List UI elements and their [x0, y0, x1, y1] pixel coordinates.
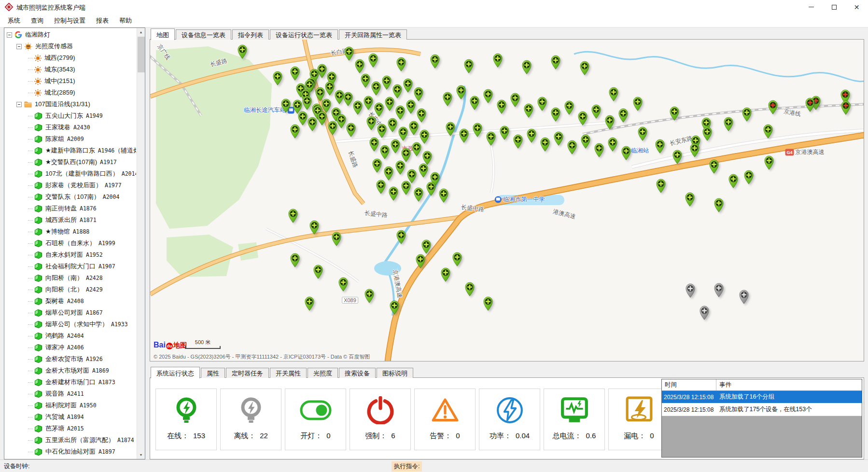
map-marker-green-55[interactable] [395, 160, 406, 175]
tree-item-device-0[interactable]: 五尖山大门东A1949 [5, 110, 136, 122]
map-marker-green-16[interactable] [302, 96, 312, 110]
close-button[interactable]: ✕ [845, 0, 868, 14]
map-marker-green-124[interactable] [464, 282, 475, 296]
tree-item-device-22[interactable]: 金桥大市场对面A1869 [5, 365, 136, 376]
map-marker-green-33[interactable] [403, 78, 413, 93]
map-marker-green-47[interactable] [369, 137, 379, 152]
map-marker-green-93[interactable] [637, 126, 648, 141]
map-marker-green-117[interactable] [313, 264, 323, 279]
map-marker-green-59[interactable] [376, 180, 386, 194]
map-marker-green-43[interactable] [387, 118, 398, 132]
tree-item-device-6[interactable]: 彭家巷（党校后面）A1977 [5, 180, 136, 191]
map-marker-green-102[interactable] [743, 170, 754, 184]
map-marker-green-25[interactable] [327, 121, 338, 135]
tree-item-device-4[interactable]: ★交警队西(107南)A1917 [5, 156, 136, 168]
map-canvas[interactable]: 长白路长盛路长盛路长安中路长盛中路长盛中路港澳高速京港澳高速长安东路京港线京广线… [150, 39, 864, 361]
map-marker-green-69[interactable] [496, 99, 507, 114]
map-marker-green-68[interactable] [483, 89, 493, 103]
map-marker-green-100[interactable] [685, 192, 695, 207]
map-marker-green-89[interactable] [580, 134, 591, 149]
tree-item-sensor-0[interactable]: 城西(2799) [5, 52, 136, 64]
map-marker-green-83[interactable] [499, 125, 510, 140]
map-tab-1[interactable]: 设备信息一览表 [176, 29, 231, 40]
tree-item-device-23[interactable]: 金桥建材市场门口A1873 [5, 376, 136, 388]
map-marker-green-119[interactable] [364, 289, 375, 303]
map-marker-green-42[interactable] [377, 124, 387, 138]
map-marker-gray-1[interactable] [714, 283, 724, 297]
map-marker-green-127[interactable] [421, 239, 432, 254]
event-row-1[interactable]: 2025/3/28 12:15:08系统加载了175个设备，在线153个 [662, 403, 862, 416]
tree-item-device-16[interactable]: 梨树巷A2408 [5, 295, 136, 307]
map-marker-green-64[interactable] [438, 188, 449, 203]
map-marker-green-65[interactable] [442, 92, 453, 106]
map-marker-green-135[interactable] [492, 53, 503, 68]
map-marker-green-98[interactable] [728, 174, 739, 188]
map-marker-green-41[interactable] [366, 116, 377, 130]
bottom-tab-0[interactable]: 系统运行状态 [151, 367, 200, 378]
tree-item-device-5[interactable]: 107北（建新中路路口西）A2014 [5, 168, 136, 180]
collapse-box-icon[interactable] [16, 102, 22, 107]
map-marker-green-63[interactable] [426, 181, 436, 196]
map-marker-green-94[interactable] [655, 139, 665, 153]
map-marker-green-88[interactable] [567, 140, 577, 154]
map-marker-green-22[interactable] [297, 111, 308, 125]
map-marker-green-39[interactable] [406, 99, 416, 114]
scroll-down-arrow[interactable]: ▼ [137, 451, 145, 459]
tree-item-device-partial[interactable] [5, 458, 136, 458]
map-marker-green-62[interactable] [413, 187, 424, 202]
map-marker-green-30[interactable] [371, 81, 381, 96]
map-marker-green-48[interactable] [379, 145, 390, 159]
tree-item-sensor-2[interactable]: 城中(2151) [5, 75, 136, 87]
map-marker-green-71[interactable] [523, 103, 534, 118]
tree-item-sensor-1[interactable]: 城东(3543) [5, 64, 136, 75]
tree-item-device-1[interactable]: 王家珑巷A2430 [5, 122, 136, 133]
map-marker-green-66[interactable] [456, 85, 466, 99]
map-marker-green-20[interactable] [343, 92, 353, 106]
tree-group-sensors[interactable]: 光照度传感器 [5, 41, 136, 52]
tree-item-device-2[interactable]: 陈家组A2009 [5, 133, 136, 145]
tree-item-device-8[interactable]: 南正街转盘A1876 [5, 203, 136, 214]
map-marker-green-54[interactable] [383, 166, 394, 180]
tree-item-device-29[interactable]: 中石化加油站对面A1897 [5, 446, 136, 458]
map-marker-green-75[interactable] [577, 111, 588, 125]
menu-item-2[interactable]: 控制与设置 [49, 14, 91, 28]
event-row-0[interactable]: 2025/3/28 12:15:08系统加载了16个分组 [662, 391, 862, 403]
tree-item-device-12[interactable]: 自来水斜对面A1952 [5, 249, 136, 261]
map-marker-green-72[interactable] [537, 97, 547, 111]
map-marker-green-118[interactable] [338, 277, 349, 292]
bottom-tab-2[interactable]: 定时器任务 [226, 368, 269, 378]
map-marker-green-49[interactable] [390, 139, 401, 153]
tree-item-device-25[interactable]: 福利院对面A1950 [5, 400, 136, 411]
scroll-thumb[interactable] [138, 37, 145, 72]
map-marker-green-112[interactable] [763, 124, 773, 139]
map-marker-green-113[interactable] [288, 208, 298, 223]
map-marker-green-130[interactable] [344, 46, 354, 61]
map-marker-green-85[interactable] [526, 128, 537, 143]
tree-item-device-17[interactable]: 烟草公司对面A1867 [5, 307, 136, 319]
map-marker-green-91[interactable] [607, 137, 618, 152]
minimize-button[interactable] [800, 0, 823, 14]
map-marker-green-61[interactable] [401, 180, 411, 195]
map-marker-green-95[interactable] [672, 150, 683, 164]
map-marker-green-78[interactable] [618, 108, 629, 123]
map-marker-green-21[interactable] [352, 100, 363, 115]
map-marker-green-103[interactable] [764, 155, 774, 170]
tree-item-device-10[interactable]: ★博物馆A1888 [5, 226, 136, 237]
map-marker-green-76[interactable] [591, 104, 602, 119]
map-poi-3[interactable]: 临湘市第一中学 [495, 195, 546, 204]
map-marker-green-90[interactable] [594, 143, 604, 157]
menu-item-0[interactable]: 系统 [2, 14, 26, 28]
map-marker-green-121[interactable] [389, 300, 400, 315]
tree-item-device-3[interactable]: ★建新中路路口东A1946（辅道灯） [5, 145, 136, 156]
map-marker-green-110[interactable] [632, 97, 643, 111]
tree-item-device-7[interactable]: 交警队东（107南）A2004 [5, 191, 136, 203]
map-marker-green-2[interactable] [290, 66, 300, 81]
tree-item-device-19[interactable]: 鸿鹤路A2404 [5, 330, 136, 342]
map-marker-green-45[interactable] [408, 121, 419, 135]
map-marker-green-104[interactable] [669, 106, 680, 121]
map-marker-green-133[interactable] [430, 54, 440, 69]
map-marker-green-134[interactable] [463, 59, 474, 73]
map-marker-green-57[interactable] [418, 163, 429, 178]
map-marker-green-101[interactable] [714, 198, 724, 212]
map-marker-red-1[interactable] [805, 97, 815, 112]
